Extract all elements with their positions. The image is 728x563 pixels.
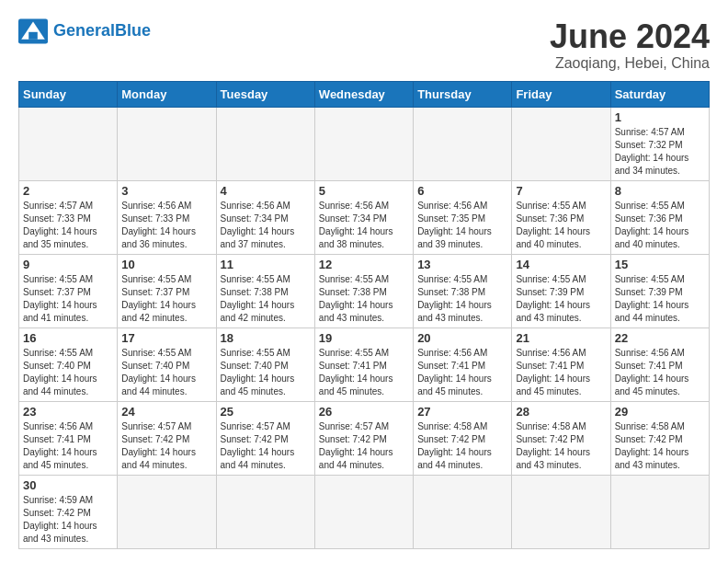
day-info: Sunrise: 4:55 AM Sunset: 7:39 PM Dayligh… (516, 273, 606, 325)
day-number: 28 (516, 405, 606, 419)
day-number: 21 (516, 331, 606, 345)
day-info: Sunrise: 4:55 AM Sunset: 7:41 PM Dayligh… (319, 347, 409, 398)
day-info: Sunrise: 4:56 AM Sunset: 7:41 PM Dayligh… (23, 420, 113, 472)
day-number: 13 (417, 258, 507, 271)
calendar-week-row: 16Sunrise: 4:55 AM Sunset: 7:40 PM Dayli… (19, 327, 710, 401)
day-number: 20 (417, 331, 507, 345)
logo-text: GeneralBlue (53, 22, 151, 40)
calendar-cell: 21Sunrise: 4:56 AM Sunset: 7:41 PM Dayli… (512, 327, 610, 401)
calendar-week-row: 23Sunrise: 4:56 AM Sunset: 7:41 PM Dayli… (19, 401, 710, 475)
logo-area: GeneralBlue (18, 18, 151, 44)
day-info: Sunrise: 4:55 AM Sunset: 7:38 PM Dayligh… (221, 273, 311, 325)
day-number: 18 (221, 331, 311, 345)
page-header: GeneralBlue June 2024 Zaoqiang, Hebei, C… (18, 18, 710, 72)
weekday-header-saturday: Saturday (610, 81, 709, 107)
day-info: Sunrise: 4:55 AM Sunset: 7:39 PM Dayligh… (615, 273, 705, 325)
weekday-header-sunday: Sunday (19, 81, 118, 107)
calendar-cell: 26Sunrise: 4:57 AM Sunset: 7:42 PM Dayli… (314, 401, 413, 475)
calendar-cell: 27Sunrise: 4:58 AM Sunset: 7:42 PM Dayli… (414, 401, 512, 475)
day-number: 4 (221, 184, 311, 198)
calendar-cell: 24Sunrise: 4:57 AM Sunset: 7:42 PM Dayli… (118, 401, 216, 475)
calendar-cell: 14Sunrise: 4:55 AM Sunset: 7:39 PM Dayli… (512, 254, 610, 327)
calendar-cell (118, 107, 216, 180)
day-info: Sunrise: 4:55 AM Sunset: 7:40 PM Dayligh… (221, 347, 311, 398)
day-number: 17 (121, 331, 211, 345)
calendar-cell: 15Sunrise: 4:55 AM Sunset: 7:39 PM Dayli… (610, 254, 709, 327)
calendar-week-row: 30Sunrise: 4:59 AM Sunset: 7:42 PM Dayli… (19, 475, 710, 548)
calendar-cell (118, 475, 216, 548)
calendar-cell (512, 475, 610, 548)
day-info: Sunrise: 4:55 AM Sunset: 7:38 PM Dayligh… (417, 273, 507, 325)
calendar-cell (314, 107, 413, 180)
calendar-cell: 16Sunrise: 4:55 AM Sunset: 7:40 PM Dayli… (19, 327, 118, 401)
day-number: 2 (23, 184, 113, 198)
calendar-cell: 23Sunrise: 4:56 AM Sunset: 7:41 PM Dayli… (19, 401, 118, 475)
day-number: 8 (615, 184, 705, 198)
calendar-cell (414, 475, 512, 548)
day-number: 15 (615, 258, 705, 271)
month-title: June 2024 (550, 18, 710, 55)
day-info: Sunrise: 4:57 AM Sunset: 7:33 PM Dayligh… (23, 200, 113, 251)
calendar-week-row: 9Sunrise: 4:55 AM Sunset: 7:37 PM Daylig… (19, 254, 710, 327)
day-number: 29 (615, 405, 705, 419)
weekday-header-monday: Monday (118, 81, 216, 107)
day-number: 11 (221, 258, 311, 271)
calendar-cell: 4Sunrise: 4:56 AM Sunset: 7:34 PM Daylig… (216, 180, 314, 254)
day-number: 19 (319, 331, 409, 345)
calendar-cell (610, 475, 709, 548)
day-info: Sunrise: 4:55 AM Sunset: 7:36 PM Dayligh… (516, 200, 606, 251)
day-info: Sunrise: 4:55 AM Sunset: 7:38 PM Dayligh… (319, 273, 409, 325)
day-info: Sunrise: 4:56 AM Sunset: 7:33 PM Dayligh… (121, 200, 211, 251)
day-info: Sunrise: 4:58 AM Sunset: 7:42 PM Dayligh… (417, 420, 507, 472)
calendar-cell: 8Sunrise: 4:55 AM Sunset: 7:36 PM Daylig… (610, 180, 709, 254)
day-number: 30 (23, 478, 113, 492)
weekday-header-tuesday: Tuesday (216, 81, 314, 107)
calendar-cell: 22Sunrise: 4:56 AM Sunset: 7:41 PM Dayli… (610, 327, 709, 401)
calendar-cell (216, 107, 314, 180)
calendar-cell (216, 475, 314, 548)
day-info: Sunrise: 4:56 AM Sunset: 7:35 PM Dayligh… (417, 200, 507, 251)
day-number: 1 (615, 110, 705, 124)
calendar-cell (414, 107, 512, 180)
calendar-cell: 1Sunrise: 4:57 AM Sunset: 7:32 PM Daylig… (610, 107, 709, 180)
calendar-cell: 11Sunrise: 4:55 AM Sunset: 7:38 PM Dayli… (216, 254, 314, 327)
calendar-week-row: 2Sunrise: 4:57 AM Sunset: 7:33 PM Daylig… (19, 180, 710, 254)
day-info: Sunrise: 4:57 AM Sunset: 7:42 PM Dayligh… (319, 420, 409, 472)
weekday-header-wednesday: Wednesday (314, 81, 413, 107)
day-info: Sunrise: 4:56 AM Sunset: 7:41 PM Dayligh… (615, 347, 705, 398)
calendar-cell: 5Sunrise: 4:56 AM Sunset: 7:34 PM Daylig… (314, 180, 413, 254)
day-info: Sunrise: 4:57 AM Sunset: 7:42 PM Dayligh… (221, 420, 311, 472)
calendar-cell: 28Sunrise: 4:58 AM Sunset: 7:42 PM Dayli… (512, 401, 610, 475)
day-info: Sunrise: 4:56 AM Sunset: 7:34 PM Dayligh… (221, 200, 311, 251)
day-number: 14 (516, 258, 606, 271)
calendar-cell: 7Sunrise: 4:55 AM Sunset: 7:36 PM Daylig… (512, 180, 610, 254)
calendar-cell (512, 107, 610, 180)
calendar-cell: 9Sunrise: 4:55 AM Sunset: 7:37 PM Daylig… (19, 254, 118, 327)
day-info: Sunrise: 4:55 AM Sunset: 7:37 PM Dayligh… (23, 273, 113, 325)
generalblue-logo-icon (18, 18, 48, 44)
svg-rect-2 (28, 32, 38, 40)
day-number: 24 (121, 405, 211, 419)
weekday-header-row: SundayMondayTuesdayWednesdayThursdayFrid… (19, 81, 710, 107)
day-number: 5 (319, 184, 409, 198)
day-info: Sunrise: 4:55 AM Sunset: 7:36 PM Dayligh… (615, 200, 705, 251)
day-info: Sunrise: 4:58 AM Sunset: 7:42 PM Dayligh… (615, 420, 705, 472)
day-number: 6 (417, 184, 507, 198)
location-subtitle: Zaoqiang, Hebei, China (550, 55, 710, 72)
day-number: 16 (23, 331, 113, 345)
calendar-cell: 30Sunrise: 4:59 AM Sunset: 7:42 PM Dayli… (19, 475, 118, 548)
calendar-cell: 12Sunrise: 4:55 AM Sunset: 7:38 PM Dayli… (314, 254, 413, 327)
day-info: Sunrise: 4:57 AM Sunset: 7:32 PM Dayligh… (615, 126, 705, 178)
calendar-cell: 19Sunrise: 4:55 AM Sunset: 7:41 PM Dayli… (314, 327, 413, 401)
day-number: 22 (615, 331, 705, 345)
weekday-header-friday: Friday (512, 81, 610, 107)
weekday-header-thursday: Thursday (414, 81, 512, 107)
calendar-cell: 29Sunrise: 4:58 AM Sunset: 7:42 PM Dayli… (610, 401, 709, 475)
calendar-cell: 25Sunrise: 4:57 AM Sunset: 7:42 PM Dayli… (216, 401, 314, 475)
day-number: 9 (23, 258, 113, 271)
calendar-cell: 18Sunrise: 4:55 AM Sunset: 7:40 PM Dayli… (216, 327, 314, 401)
calendar-cell: 10Sunrise: 4:55 AM Sunset: 7:37 PM Dayli… (118, 254, 216, 327)
day-number: 25 (221, 405, 311, 419)
calendar-cell: 3Sunrise: 4:56 AM Sunset: 7:33 PM Daylig… (118, 180, 216, 254)
day-number: 23 (23, 405, 113, 419)
